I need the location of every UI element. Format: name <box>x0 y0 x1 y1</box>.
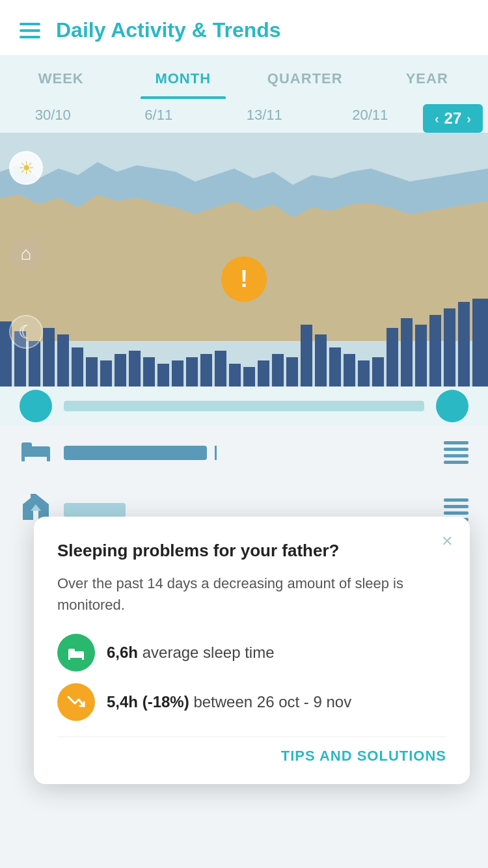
svg-rect-10 <box>100 360 112 387</box>
svg-rect-26 <box>329 347 341 387</box>
svg-rect-17 <box>200 354 212 387</box>
moon-icon: ☾ <box>9 315 43 349</box>
home-icon: ⌂ <box>9 237 43 271</box>
svg-rect-28 <box>358 360 370 387</box>
svg-rect-32 <box>415 325 427 387</box>
sleep-bar <box>64 446 207 460</box>
date-6-11[interactable]: 6/11 <box>105 107 211 130</box>
activity-chart: ☀ ⌂ ☾ ! <box>0 133 488 387</box>
tab-week[interactable]: WEEK <box>0 56 122 99</box>
trend-sleep-text: 5,4h (-18%) between 26 oct - 9 nov <box>107 693 351 711</box>
exit-bar <box>64 503 126 517</box>
page-title: Daily Activity & Trends <box>56 18 281 42</box>
svg-rect-36 <box>472 299 488 387</box>
average-sleep-text: 6,6h average sleep time <box>107 644 274 662</box>
svg-rect-27 <box>344 354 355 387</box>
teal-indicator <box>20 390 52 422</box>
sleep-bar-mark <box>215 446 217 460</box>
svg-rect-6 <box>43 328 55 387</box>
svg-rect-35 <box>458 302 470 387</box>
popup-description: Over the past 14 days a decreasing amoun… <box>57 573 446 616</box>
bed-icon <box>57 634 95 671</box>
sleep-stat-average: 6,6h average sleep time <box>57 634 446 671</box>
active-date-label: 27 <box>444 109 462 128</box>
close-button[interactable]: × <box>441 531 453 550</box>
svg-rect-31 <box>401 318 413 387</box>
date-20-11[interactable]: 20/11 <box>317 107 422 130</box>
exit-bar-container <box>64 503 432 517</box>
prev-date-arrow[interactable]: ‹ <box>435 111 439 126</box>
date-active[interactable]: ‹ 27 › <box>423 104 483 133</box>
teal-bar <box>64 401 424 411</box>
sleeping-alert-popup: × Sleeping problems for your father? Ove… <box>34 517 470 784</box>
svg-rect-16 <box>186 357 198 387</box>
svg-rect-45 <box>47 455 50 461</box>
svg-rect-21 <box>258 360 269 387</box>
menu-button[interactable] <box>20 23 40 38</box>
svg-rect-34 <box>444 308 455 387</box>
svg-rect-24 <box>301 325 312 387</box>
trend-down-icon <box>57 683 95 721</box>
popup-title: Sleeping problems for your father? <box>57 540 446 562</box>
svg-rect-13 <box>143 357 155 387</box>
tab-month[interactable]: MONTH <box>122 56 245 99</box>
tips-solutions-button[interactable]: TIPS AND SOLUTIONS <box>57 748 446 765</box>
svg-rect-7 <box>57 334 69 387</box>
svg-rect-25 <box>315 334 327 387</box>
svg-rect-47 <box>31 494 36 500</box>
svg-rect-14 <box>157 364 169 387</box>
date-navigation: 30/10 6/11 13/11 20/11 ‹ 27 › <box>0 99 488 133</box>
sleep-bar-container <box>64 446 432 460</box>
date-30-10[interactable]: 30/10 <box>0 107 105 130</box>
teal-stub-row <box>0 387 488 426</box>
svg-rect-39 <box>68 649 75 654</box>
tab-year[interactable]: YEAR <box>366 56 489 99</box>
svg-rect-43 <box>21 442 32 450</box>
sleep-stat-trend: 5,4h (-18%) between 26 oct - 9 nov <box>57 683 446 721</box>
bed-bottom-icon <box>20 437 52 468</box>
svg-rect-9 <box>86 357 98 387</box>
svg-rect-18 <box>215 351 226 387</box>
svg-rect-23 <box>286 357 298 387</box>
next-date-arrow[interactable]: › <box>467 111 471 126</box>
svg-rect-11 <box>115 354 126 387</box>
svg-rect-12 <box>129 351 141 387</box>
svg-rect-41 <box>82 657 84 660</box>
svg-rect-33 <box>429 315 441 387</box>
app-header: Daily Activity & Trends <box>0 0 488 56</box>
row-menu-button[interactable] <box>444 441 468 464</box>
svg-rect-15 <box>172 360 183 387</box>
svg-rect-20 <box>243 367 255 387</box>
alert-icon: ! <box>240 265 248 293</box>
svg-rect-29 <box>372 357 384 387</box>
teal-end-indicator <box>436 390 468 422</box>
svg-rect-22 <box>272 354 284 387</box>
tabs-bar: WEEK MONTH QUARTER YEAR <box>0 56 488 99</box>
svg-rect-8 <box>72 347 83 387</box>
sleep-bottom-row <box>0 426 488 480</box>
date-13-11[interactable]: 13/11 <box>211 107 317 130</box>
svg-rect-19 <box>229 364 241 387</box>
svg-rect-40 <box>68 657 70 660</box>
sun-icon: ☀ <box>9 151 43 185</box>
popup-divider <box>57 737 446 737</box>
tab-quarter[interactable]: QUARTER <box>244 56 366 99</box>
alert-badge[interactable]: ! <box>221 256 267 302</box>
svg-rect-30 <box>386 328 398 387</box>
svg-rect-44 <box>21 455 25 461</box>
